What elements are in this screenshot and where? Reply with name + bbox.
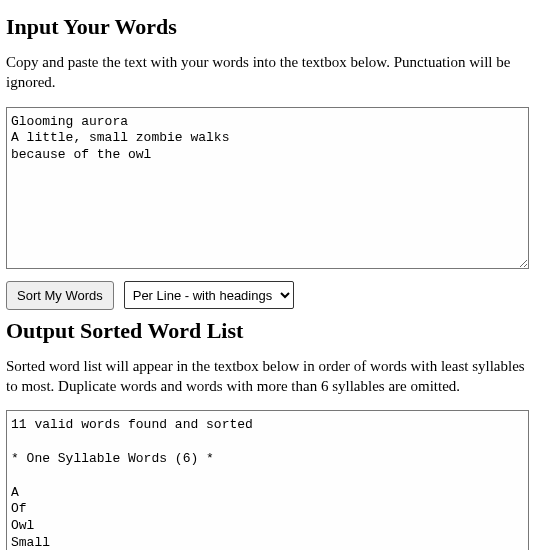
output-heading: Output Sorted Word List bbox=[6, 318, 529, 344]
input-words-textarea[interactable]: Glooming aurora A little, small zombie w… bbox=[6, 107, 529, 269]
output-instructions: Sorted word list will appear in the text… bbox=[6, 356, 529, 397]
sort-button[interactable]: Sort My Words bbox=[6, 281, 114, 310]
output-words-textarea[interactable]: 11 valid words found and sorted * One Sy… bbox=[6, 410, 529, 550]
input-heading: Input Your Words bbox=[6, 14, 529, 40]
input-instructions: Copy and paste the text with your words … bbox=[6, 52, 529, 93]
controls-row: Sort My Words Per Line - with headings bbox=[6, 281, 529, 310]
output-format-select[interactable]: Per Line - with headings bbox=[124, 281, 294, 309]
